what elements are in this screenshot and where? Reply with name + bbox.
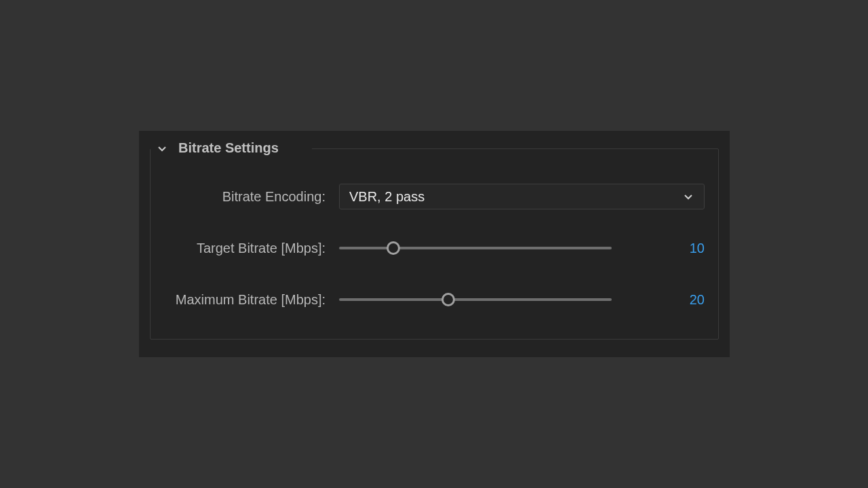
maximum-bitrate-slider-thumb[interactable]	[441, 293, 455, 306]
bitrate-settings-toggle[interactable]: Bitrate Settings	[155, 140, 279, 156]
target-bitrate-slider-wrap: 10	[339, 241, 705, 256]
bitrate-encoding-row: Bitrate Encoding: VBR, 2 pass	[151, 183, 705, 210]
bitrate-encoding-select[interactable]: VBR, 2 pass	[339, 184, 705, 209]
settings-rows: Bitrate Encoding: VBR, 2 pass Target Bit…	[151, 183, 705, 313]
bitrate-settings-fieldset: Bitrate Encoding: VBR, 2 pass Target Bit…	[150, 148, 719, 340]
maximum-bitrate-slider[interactable]	[339, 298, 612, 301]
section-title: Bitrate Settings	[178, 140, 279, 156]
bitrate-encoding-label: Bitrate Encoding:	[151, 189, 339, 205]
chevron-down-icon	[155, 142, 169, 155]
maximum-bitrate-slider-wrap: 20	[339, 292, 705, 308]
target-bitrate-label: Target Bitrate [Mbps]:	[151, 241, 339, 256]
target-bitrate-slider-thumb[interactable]	[387, 241, 400, 255]
chevron-down-icon	[682, 190, 694, 203]
maximum-bitrate-label: Maximum Bitrate [Mbps]:	[151, 292, 339, 308]
bitrate-encoding-value: VBR, 2 pass	[349, 189, 425, 205]
maximum-bitrate-value[interactable]: 20	[679, 292, 705, 308]
maximum-bitrate-row: Maximum Bitrate [Mbps]: 20	[151, 286, 705, 313]
target-bitrate-value[interactable]: 10	[679, 241, 705, 256]
bitrate-settings-panel: Bitrate Encoding: VBR, 2 pass Target Bit…	[139, 131, 730, 357]
target-bitrate-slider[interactable]	[339, 247, 612, 249]
target-bitrate-row: Target Bitrate [Mbps]: 10	[151, 235, 705, 262]
